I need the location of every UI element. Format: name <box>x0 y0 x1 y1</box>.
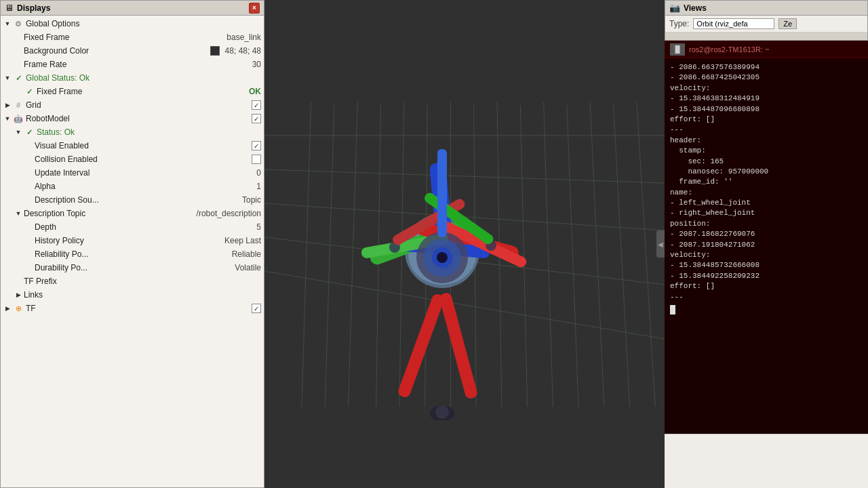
tree-item-grid[interactable]: # Grid <box>1 98 264 112</box>
robot-visualization <box>300 81 585 420</box>
tree-item-global-options[interactable]: ⚙ Global Options <box>1 17 264 30</box>
expand-arrow-global-status[interactable] <box>3 74 12 82</box>
tree-item-background-color[interactable]: Background Color 48; 48; 48 <box>1 44 264 58</box>
tree-item-history-policy[interactable]: History Policy Keep Last <box>1 234 264 247</box>
svg-point-33 <box>437 252 448 263</box>
tree-item-update-interval[interactable]: Update Interval 0 <box>1 166 264 180</box>
terminal-topbar: ▐▌ ros2@ros2-TM1613R: ~ <box>665 41 868 58</box>
terminal-line-1: - 2086.6687425042305 <box>670 73 863 83</box>
tree-item-depth[interactable]: Depth 5 <box>1 220 264 234</box>
tf-checkbox[interactable] <box>252 304 261 313</box>
displays-close-button[interactable]: × <box>249 3 260 14</box>
fixed-frame-value: base_link <box>226 33 261 42</box>
background-color-label: Background Color <box>24 46 210 56</box>
views-title: Views <box>684 3 707 13</box>
robot-model-label: RobotModel <box>26 114 249 123</box>
tree-item-robot-model[interactable]: 🤖 RobotModel <box>1 112 264 125</box>
tree-item-tf[interactable]: ⊕ TF <box>1 302 264 315</box>
terminal-line-5: effort: [] <box>670 115 863 125</box>
bottom-white-area <box>665 434 868 488</box>
tree-item-robot-status[interactable]: ✓ Status: Ok <box>1 125 264 139</box>
terminal-line-19: - 15.384485732666008 <box>670 260 863 270</box>
alpha-label: Alpha <box>35 182 254 191</box>
leaf-depth <box>25 223 33 231</box>
gear-icon: ⚙ <box>13 18 24 29</box>
leaf-history <box>25 237 33 245</box>
tree-item-links[interactable]: Links <box>1 288 264 302</box>
description-topic-label: Description Topic <box>24 209 194 218</box>
3d-viewport[interactable]: ◀ <box>264 0 665 488</box>
tree-item-visual-enabled[interactable]: Visual Enabled <box>1 139 264 152</box>
terminal-panel: ▐▌ ros2@ros2-TM1613R: ~ - 2086.663757638… <box>665 41 868 434</box>
tree-item-fixed-frame[interactable]: Fixed Frame base_link <box>1 30 264 44</box>
terminal-line-18: velocity: <box>670 250 863 260</box>
expand-arrow-robot-status[interactable] <box>14 128 22 136</box>
color-swatch <box>210 46 220 56</box>
global-status-label: Global Status: Ok <box>26 73 261 83</box>
tree-item-tf-prefix[interactable]: TF Prefix <box>1 274 264 288</box>
terminal-line-0: - 2086.6637576389994 <box>670 62 863 73</box>
visual-enabled-checkbox[interactable] <box>252 141 261 150</box>
leaf-alpha <box>25 182 33 190</box>
leaf-frame-rate <box>14 60 22 68</box>
tree-item-collision-enabled[interactable]: Collision Enabled <box>1 152 264 166</box>
grid-checkbox[interactable] <box>252 100 261 110</box>
tf-icon: ⊕ <box>13 303 24 314</box>
durability-label: Durability Po... <box>35 263 232 272</box>
views-content: Type: Orbit (rviz_defa Ze <box>665 16 867 32</box>
leaf-durability <box>25 264 33 272</box>
expand-arrow-links[interactable] <box>14 291 22 299</box>
tree-item-alpha[interactable]: Alpha 1 <box>1 180 264 193</box>
links-label: Links <box>24 290 261 300</box>
views-panel: 📷 Views Type: Orbit (rviz_defa Ze <box>665 0 868 41</box>
fixed-frame-status-label: Fixed Frame <box>37 87 246 96</box>
tree-item-durability[interactable]: Durability Po... Volatile <box>1 261 264 274</box>
update-interval-value: 0 <box>256 168 261 178</box>
tree-item-description-topic[interactable]: Description Topic /robot_description <box>1 207 264 220</box>
svg-line-11 <box>590 102 604 407</box>
terminal-line-22: --- <box>670 292 863 302</box>
history-policy-value: Keep Last <box>224 236 261 245</box>
terminal-line-20: - 15.384492258209232 <box>670 271 863 281</box>
leaf-reliability <box>25 250 33 258</box>
terminal-prompt <box>670 305 863 314</box>
terminal-line-3: - 15.384638312484919 <box>670 94 863 104</box>
tree-item-global-status[interactable]: ✓ Global Status: Ok <box>1 71 264 85</box>
resize-handle[interactable]: ◀ <box>656 230 665 258</box>
tree-item-description-source[interactable]: Description Sou... Topic <box>1 193 264 207</box>
depth-label: Depth <box>35 222 254 232</box>
terminal-line-17: - 2087.191804271062 <box>670 240 863 250</box>
robot-icon: 🤖 <box>13 113 24 124</box>
checkmark-icon-ff: ✓ <box>24 86 35 97</box>
alpha-value: 1 <box>256 182 261 191</box>
tree-item-reliability[interactable]: Reliability Po... Reliable <box>1 247 264 261</box>
expand-arrow-grid[interactable] <box>3 101 12 109</box>
expand-arrow-tf[interactable] <box>3 304 12 312</box>
displays-tree: ⚙ Global Options Fixed Frame base_link B… <box>1 16 264 487</box>
robot-model-checkbox[interactable] <box>252 114 261 123</box>
terminal-content[interactable]: - 2086.6637576389994 - 2086.668742504230… <box>665 58 868 434</box>
views-titlebar: 📷 Views <box>665 1 867 16</box>
terminal-line-6: --- <box>670 125 863 135</box>
background-color-value: 48; 48; 48 <box>225 46 261 56</box>
reliability-value: Reliable <box>232 249 261 259</box>
collision-enabled-checkbox[interactable] <box>252 155 261 164</box>
views-ze-button[interactable]: Ze <box>778 18 797 29</box>
leaf-fixed-frame-status <box>14 87 22 96</box>
leaf-visual <box>25 142 33 150</box>
views-type-label: Type: <box>669 19 689 28</box>
svg-rect-38 <box>437 149 447 237</box>
durability-value: Volatile <box>235 263 261 272</box>
svg-line-12 <box>637 102 655 407</box>
terminal-line-10: nanosec: 957000000 <box>670 167 863 177</box>
expand-arrow-robot[interactable] <box>3 115 12 123</box>
expand-arrow-desc-topic[interactable] <box>14 209 22 218</box>
frame-rate-label: Frame Rate <box>24 60 250 69</box>
tree-item-fixed-frame-status[interactable]: ✓ Fixed Frame OK <box>1 85 264 98</box>
terminal-line-14: - right_wheel_joint <box>670 208 863 218</box>
expand-arrow-global-options[interactable] <box>3 20 12 28</box>
terminal-host: ros2@ros2-TM1613R: ~ <box>689 45 769 54</box>
terminal-line-4: - 15.384487096680898 <box>670 104 863 115</box>
tree-item-frame-rate[interactable]: Frame Rate 30 <box>1 58 264 71</box>
views-type-selector[interactable]: Orbit (rviz_defa <box>693 18 774 29</box>
